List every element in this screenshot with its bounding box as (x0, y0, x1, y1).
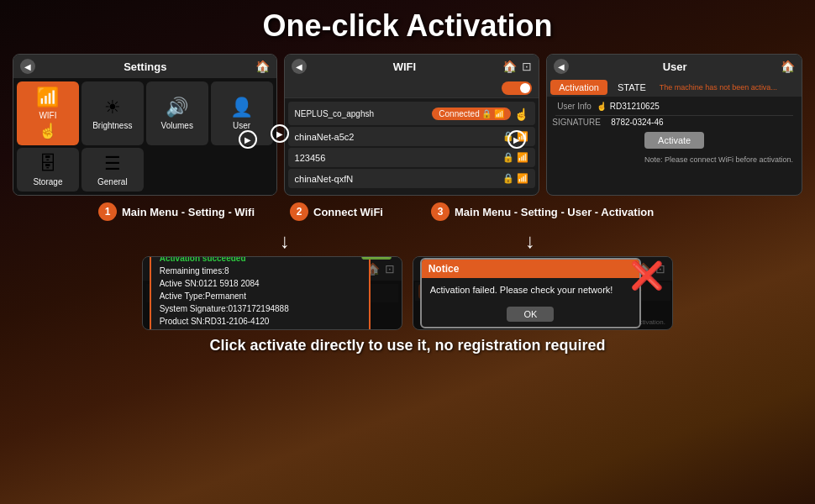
activation-tab[interactable]: Activation (550, 80, 607, 95)
rd-value: RD31210625 (610, 102, 660, 111)
active-type: Active Type:Permanent (160, 290, 360, 302)
user-info-row: User Info ☝ RD31210625 (552, 100, 797, 113)
user-info-label: User Info (552, 100, 597, 113)
wifi-network-name-1: NEPLUS_co_apghsh (295, 109, 375, 118)
step-2-text: Connect WiFi (313, 206, 383, 218)
volumes-label: Volumes (161, 121, 193, 130)
user-panel-title: User (663, 60, 687, 73)
step-2-number: 2 (297, 206, 302, 218)
brightness-icon: ☀ (104, 97, 121, 118)
user-content: User Info ☝ RD31210625 SIGNATURE 8782-03… (547, 97, 802, 169)
arrow-down-left: ↓ (280, 229, 290, 253)
user-tabs: Activation STATE The machine has not bee… (547, 78, 802, 97)
fail-ok-button[interactable]: OK (507, 307, 554, 322)
settings-item-storage[interactable]: 🗄 Storage (17, 148, 79, 192)
main-content: One-click Activation ◀ Settings 🏠 📶 WIFI… (0, 0, 815, 504)
fail-notice-header: Notice (422, 260, 639, 278)
wifi-network-3[interactable]: 123456 🔒 📶 (288, 148, 536, 167)
fail-notice-box: Notice Activation failed. Please check y… (420, 258, 641, 328)
success-notice-overlay: Notice Activation succeeded Remaining ti… (143, 257, 402, 329)
wifi-icon: 📶 (36, 87, 59, 108)
general-icon: ☰ (104, 153, 121, 175)
divider (555, 115, 793, 116)
step-1-circle: 1 (98, 202, 117, 221)
user-icon: 👤 (230, 97, 253, 118)
fail-notice-overlay: Notice Activation failed. Please check y… (413, 257, 672, 329)
home-icon[interactable]: 🏠 (255, 60, 270, 73)
wifi-panel-title: WIFI (393, 60, 416, 73)
wifi-icons-4: 🔒 📶 (502, 173, 528, 184)
signature-label: SIGNATURE (552, 118, 611, 127)
hand-cursor-wifi2: ☝ (514, 108, 528, 121)
state-tab[interactable]: STATE (609, 80, 655, 95)
step-3-circle: 3 (431, 202, 450, 221)
settings-panel-header: ◀ Settings 🏠 (13, 55, 276, 78)
success-notice-box: Notice Activation succeeded Remaining ti… (150, 256, 371, 330)
wifi-back-button[interactable]: ◀ (292, 59, 307, 74)
note-text: Note: Please connect WiFi before activat… (552, 154, 797, 165)
user-panel: ◀ User 🏠 Activation STATE The machine ha… (546, 54, 802, 196)
wifi-panel: ◀ WIFI 🏠 ⊡ NEPLUS_co_apghsh Connected 🔒 … (284, 54, 540, 196)
wifi-network-name-2: chinaNet-a5c2 (295, 132, 355, 142)
storage-icon: 🗄 (39, 153, 57, 175)
activation-success-text: Activation succeeded (160, 256, 360, 265)
user-home-icon[interactable]: 🏠 (781, 60, 795, 73)
arrows-row: ↓ ↓ (13, 229, 802, 253)
user-label: User (233, 121, 250, 130)
wifi-network-name-3: 123456 (295, 153, 326, 163)
user-header-icons: 🏠 (781, 60, 795, 73)
wifi-home-icon[interactable]: 🏠 (502, 60, 517, 73)
header-icons: 🏠 (255, 60, 270, 73)
step-2-circle: 2 (290, 202, 308, 221)
footer-text: Click activate directly to use it, no re… (13, 337, 802, 354)
general-label: General (97, 177, 128, 186)
wifi-network-2[interactable]: chinaNet-a5c2 🔒 📶 (288, 127, 536, 146)
success-notice-container: Notice Activation succeeded Remaining ti… (150, 256, 396, 330)
user-info-value: ☝ RD31210625 (597, 102, 660, 111)
wifi-network-4[interactable]: chinaNet-qxfN 🔒 📶 (288, 169, 536, 188)
fail-notice-body: Activation failed. Please check your net… (422, 278, 639, 302)
success-panel: ◀ User 🏠 ⊡ Activation User Info 54120451… (142, 256, 402, 330)
wifi-network-connected[interactable]: NEPLUS_co_apghsh Connected 🔒 📶 ☝ (288, 102, 536, 125)
signature-row: SIGNATURE 8782-0324-46 (552, 118, 797, 127)
settings-item-wifi[interactable]: 📶 WIFI ☝ (17, 81, 79, 145)
bottom-panels-row: ◀ User 🏠 ⊡ Activation User Info 54120451… (13, 256, 802, 330)
active-sn: Active SN:0121 5918 2084 (160, 277, 360, 290)
step-3-text: Main Menu - Setting - User - Activation (455, 206, 654, 218)
storage-label: Storage (33, 177, 62, 186)
page-title: One-click Activation (13, 8, 802, 44)
connected-badge: Connected 🔒 📶 (432, 108, 511, 120)
step-1-label: 1 Main Menu - Setting - Wifi (98, 202, 283, 221)
remaining-times: Remaining times:8 (160, 265, 360, 277)
activate-button[interactable]: Activate (644, 132, 704, 149)
wifi-panel-header: ◀ WIFI 🏠 ⊡ (285, 55, 539, 78)
user-panel-header: ◀ User 🏠 (547, 55, 802, 78)
step-1-text: Main Menu - Setting - Wifi (122, 206, 255, 218)
signature-value: 8782-0324-46 (611, 118, 797, 127)
step-1-number: 1 (105, 206, 111, 218)
settings-panel-title: Settings (124, 60, 166, 73)
settings-item-general[interactable]: ☰ General (82, 148, 144, 192)
play-button-user[interactable]: ▶ (507, 130, 526, 149)
cross-icon: ❌ (630, 260, 664, 291)
wifi-play-arrow: ▶ (284, 124, 292, 143)
state-message: The machine has not been activa... (656, 80, 798, 95)
arrow-down-right: ↓ (525, 229, 535, 253)
wifi-network-name-4: chinaNet-qxfN (295, 174, 354, 184)
product-sn: Product SN:RD31-2106-4120 (160, 315, 360, 328)
wifi-toggle[interactable] (502, 81, 532, 95)
settings-item-volumes[interactable]: 🔊 Volumes (146, 81, 208, 145)
step-2-label: 2 Connect WiFi (290, 202, 424, 221)
fail-panel: ◀ User 🏠 ⊡ Activation STATE e machine ha… (413, 256, 673, 330)
wifi-screen-icon[interactable]: ⊡ (522, 60, 532, 73)
steps-row: 1 Main Menu - Setting - Wifi 2 Connect W… (13, 202, 802, 221)
settings-item-brightness[interactable]: ☀ Brightness (82, 81, 144, 145)
check-icon: ✅ (360, 256, 393, 260)
wifi-icons-3: 🔒 📶 (502, 152, 528, 163)
top-panels-row: ◀ Settings 🏠 📶 WIFI ☝ ☀ Brightness (13, 54, 802, 196)
play-button-wifi[interactable]: ▶ (284, 124, 289, 143)
step-3-label: 3 Main Menu - Setting - User - Activatio… (431, 202, 717, 221)
play-button-settings[interactable]: ▶ (239, 130, 257, 149)
user-back-button[interactable]: ◀ (554, 59, 569, 74)
back-button[interactable]: ◀ (20, 59, 35, 74)
